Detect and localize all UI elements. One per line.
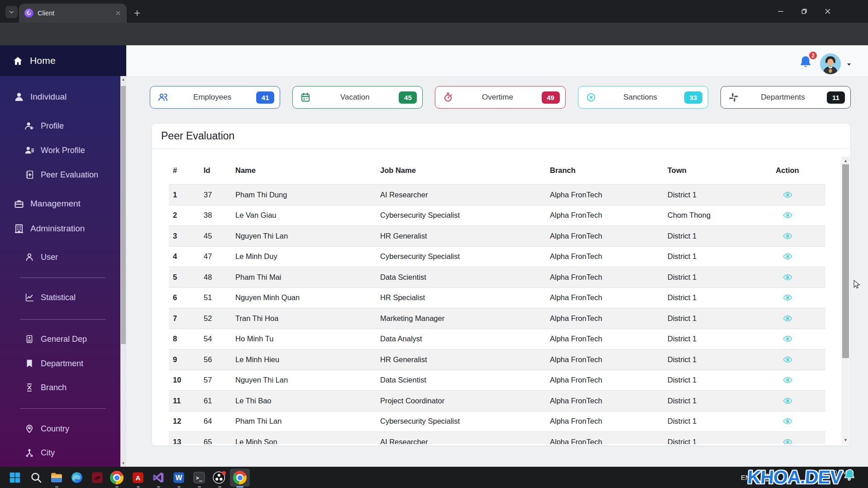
table-cell: Data Analyst: [376, 335, 546, 343]
table-row[interactable]: 651Nguyen Minh QuanHR SpecialistAlpha Fr…: [169, 288, 825, 309]
window-close-button[interactable]: [817, 4, 838, 19]
taskbar-app-search[interactable]: [28, 469, 44, 486]
column-header--[interactable]: #: [169, 166, 200, 175]
sidebar-item-individual[interactable]: Individual: [0, 87, 119, 106]
taskbar-app-obs[interactable]: [211, 469, 228, 486]
view-button[interactable]: [782, 354, 793, 365]
column-header-name[interactable]: Name: [231, 166, 376, 175]
visual-studio-icon: [152, 471, 165, 484]
stat-card-sanctions[interactable]: Sanctions33: [578, 86, 708, 109]
stat-card-overtime[interactable]: Overtime49: [435, 86, 565, 109]
table-row[interactable]: 854Ho Minh TuData AnalystAlpha FronTechD…: [169, 329, 825, 350]
scroll-down-icon[interactable]: ▼: [120, 461, 126, 465]
view-button[interactable]: [782, 416, 793, 426]
view-button[interactable]: [782, 396, 793, 406]
table-row[interactable]: 1264Pham Thi LanCybersecurity Specialist…: [169, 411, 825, 432]
panel-divider: [152, 148, 850, 149]
sidebar-item-user[interactable]: User: [0, 248, 119, 267]
table-cell: Nguyen Minh Quan: [231, 293, 376, 302]
table-row[interactable]: 345Nguyen Thi LanHR GeneralistAlpha Fron…: [169, 226, 825, 247]
taskbar-app-file-explorer[interactable]: [48, 469, 65, 486]
user-avatar[interactable]: [820, 53, 841, 74]
view-button[interactable]: [782, 437, 793, 444]
taskbar-app-chrome-active[interactable]: [232, 469, 248, 486]
stat-card-vacation[interactable]: Vacation45: [292, 86, 423, 109]
window-minimize-button[interactable]: [770, 4, 791, 19]
column-header-branch[interactable]: Branch: [546, 166, 663, 175]
taskbar-app-windows-start[interactable]: [7, 469, 23, 486]
scroll-up-icon[interactable]: ▲: [120, 77, 126, 81]
table-row[interactable]: 1057Nguyen Thi LanData ScientistAlpha Fr…: [169, 370, 825, 391]
stat-card-value-badge: 49: [542, 91, 560, 104]
table-row[interactable]: 137Pham Thi DungAI ResearcherAlpha FronT…: [169, 185, 825, 206]
sidebar-scrollbar-thumb[interactable]: [121, 86, 126, 344]
scroll-down-icon[interactable]: ▼: [841, 438, 850, 442]
table-cell: Ho Minh Tu: [231, 335, 376, 343]
table-scrollbar[interactable]: ▲ ▼: [841, 157, 850, 444]
running-app-indicator: [177, 486, 181, 488]
view-button[interactable]: [782, 272, 793, 282]
column-header-town[interactable]: Town: [663, 166, 749, 175]
sidebar-item-home[interactable]: Home: [0, 45, 126, 76]
table-row[interactable]: 548Pham Thi MaiData ScientistAlpha FronT…: [169, 267, 825, 288]
sidebar-item-general-dep[interactable]: General Dep: [0, 330, 119, 349]
column-header-id[interactable]: Id: [200, 166, 231, 175]
table-row[interactable]: 1161Le Thi BaoProject CoordinatorAlpha F…: [169, 391, 825, 411]
view-button[interactable]: [782, 210, 793, 220]
column-header-action[interactable]: Action: [749, 166, 825, 175]
sidebar-item-profile[interactable]: Profile: [0, 116, 119, 135]
table-row[interactable]: 752Tran Thi HoaMarketing ManagerAlpha Fr…: [169, 308, 825, 329]
sidebar-scrollbar[interactable]: ▲ ▼: [120, 76, 126, 467]
sidebar-item-work-profile[interactable]: Work Profile: [0, 141, 119, 160]
window-maximize-button[interactable]: [794, 4, 815, 19]
view-button[interactable]: [782, 313, 793, 324]
table-cell-action: [749, 437, 825, 444]
sidebar-item-peer-evaluation[interactable]: Peer Evaluation: [0, 165, 119, 184]
tab-favicon-icon: [24, 9, 33, 18]
table-row[interactable]: 447Le Minh DuyCybersecurity SpecialistAl…: [169, 247, 825, 268]
scroll-up-icon[interactable]: ▲: [841, 158, 850, 163]
taskbar-app-acrobat[interactable]: A: [130, 469, 146, 486]
stat-card-employees[interactable]: Employees41: [150, 86, 280, 109]
table-row[interactable]: 956Le Minh HieuHR GeneralistAlpha FronTe…: [169, 349, 825, 370]
table-cell: Alpha FronTech: [546, 314, 663, 323]
chevron-down-icon: [8, 8, 15, 16]
sidebar-item-administration[interactable]: Administration: [0, 219, 119, 238]
sidebar-item-management[interactable]: Management: [0, 194, 119, 213]
stat-card-value-badge: 33: [684, 91, 702, 104]
table-cell: District 1: [663, 417, 749, 426]
view-button[interactable]: [782, 251, 793, 262]
column-header-job-name[interactable]: Job Name: [376, 166, 546, 175]
table-cell-action: [749, 375, 825, 385]
tab-close-icon[interactable]: [114, 9, 122, 17]
table-cell: District 1: [663, 376, 749, 384]
table-cell: Alpha FronTech: [546, 191, 663, 199]
table-cell: 64: [200, 417, 231, 426]
sidebar-item-branch[interactable]: Branch: [0, 378, 119, 397]
sidebar-item-department[interactable]: Department: [0, 354, 119, 373]
table-row[interactable]: 238Le Van GiauCybersecurity SpecialistAl…: [169, 206, 825, 226]
view-button[interactable]: [782, 334, 793, 344]
table-scrollbar-thumb[interactable]: [842, 164, 849, 358]
sidebar-item-statistical[interactable]: Statistical: [0, 288, 119, 307]
view-button[interactable]: [782, 375, 793, 385]
view-button[interactable]: [782, 190, 793, 200]
account-menu-caret[interactable]: [845, 61, 853, 68]
taskbar-app-terminal[interactable]: >_: [191, 469, 207, 486]
browser-tab[interactable]: Client: [19, 4, 127, 23]
sidebar-item-country[interactable]: Country: [0, 419, 119, 438]
taskbar-app-chrome[interactable]: [109, 469, 125, 486]
taskbar-app-word[interactable]: W: [171, 469, 187, 486]
taskbar-app-media-app[interactable]: [89, 469, 105, 486]
view-button[interactable]: [782, 292, 793, 303]
sidebar-item-city[interactable]: City: [0, 443, 119, 462]
table-row[interactable]: 1365Le Minh SonAI ResearcherAlpha FronTe…: [169, 432, 825, 444]
view-button[interactable]: [782, 231, 793, 241]
new-tab-button[interactable]: [131, 7, 143, 19]
taskbar-app-visual-studio[interactable]: [150, 469, 167, 486]
stat-card-departments[interactable]: Departments11: [720, 86, 851, 109]
taskbar-app-edge[interactable]: [69, 469, 85, 486]
sidebar-item-label: Administration: [30, 224, 85, 234]
tab-list-chevron-button[interactable]: [5, 6, 18, 18]
edge-icon: [70, 471, 84, 484]
